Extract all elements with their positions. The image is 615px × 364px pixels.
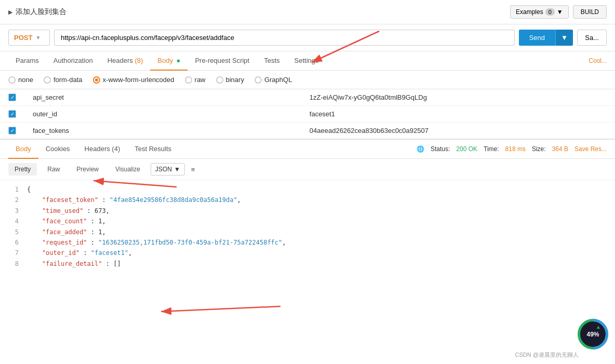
radio-urlencoded-circle bbox=[93, 76, 100, 84]
url-bar: POST ▼ Send ▼ Sa... bbox=[0, 24, 615, 51]
url-input[interactable] bbox=[54, 30, 515, 46]
line-number: 3 bbox=[8, 206, 19, 216]
line-number: 4 bbox=[8, 216, 19, 226]
method-selector[interactable]: POST ▼ bbox=[8, 30, 50, 46]
progress-circle: ▲ 49% bbox=[576, 317, 610, 351]
response-tab-headers[interactable]: Headers (4) bbox=[77, 140, 128, 159]
tab-headers[interactable]: Headers (8) bbox=[100, 51, 151, 71]
page-title: ▶ 添加人脸到集合 bbox=[8, 7, 66, 17]
tab-body[interactable]: Body ● bbox=[150, 51, 188, 71]
build-button[interactable]: BUILD bbox=[573, 5, 607, 19]
radio-urlencoded[interactable]: x-www-form-urlencoded bbox=[93, 76, 175, 84]
time-value: 818 ms bbox=[505, 145, 526, 153]
examples-label: Examples bbox=[516, 8, 543, 16]
radio-binary-label: binary bbox=[226, 76, 244, 84]
save-response-button[interactable]: Save Res... bbox=[574, 145, 607, 153]
headers-count: (8) bbox=[135, 57, 143, 64]
format-label: JSON bbox=[155, 166, 172, 173]
param-value-1: faceset1 bbox=[310, 110, 335, 118]
view-pretty-button[interactable]: Pretty bbox=[8, 163, 37, 176]
tab-settings[interactable]: Settings bbox=[287, 51, 326, 71]
radio-form-data[interactable]: form-data bbox=[44, 76, 83, 84]
format-chevron-icon: ▼ bbox=[174, 166, 180, 173]
json-line-8: 8 "failure_detail" : [] bbox=[8, 259, 607, 269]
svg-text:▲: ▲ bbox=[596, 324, 601, 330]
json-line-7: 7 "outer_id" : "faceset1", bbox=[8, 248, 607, 258]
tab-tests[interactable]: Tests bbox=[257, 51, 287, 71]
watermark: CSDN @凌晨里的无聊人 bbox=[515, 351, 579, 359]
method-text: POST bbox=[14, 34, 32, 42]
json-line-6: 6 "request_id" : "1636250235,171fbd50-73… bbox=[8, 237, 607, 248]
title-text: 添加人脸到集合 bbox=[16, 7, 66, 17]
params-table: api_secret 1zZ-eiAQiw7x-yG0gQ6ta0tmlB9Gq… bbox=[0, 89, 615, 139]
status-label: Status: bbox=[431, 145, 450, 153]
wrap-icon[interactable]: ≡ bbox=[191, 166, 195, 173]
json-content: 1 { 2 "faceset_token" : "4fae854e29586fc… bbox=[0, 180, 615, 273]
resp-headers-count: (4) bbox=[112, 145, 120, 153]
globe-icon: 🌐 bbox=[417, 145, 424, 153]
table-row: face_tokens 04aeead26262cea830b63ec0c0a9… bbox=[0, 123, 615, 139]
send-dropdown[interactable]: ▼ bbox=[555, 30, 573, 46]
body-dot: ● bbox=[177, 57, 181, 64]
radio-none[interactable]: none bbox=[8, 76, 33, 84]
radio-urlencoded-label: x-www-form-urlencoded bbox=[103, 76, 175, 84]
response-meta: 🌐 Status: 200 OK Time: 818 ms Size: 364 … bbox=[417, 145, 607, 153]
response-tab-cookies[interactable]: Cookies bbox=[38, 140, 77, 159]
radio-graphql-label: GraphQL bbox=[264, 76, 292, 84]
param-key-1: outer_id bbox=[33, 110, 57, 118]
tab-prerequest[interactable]: Pre-request Script bbox=[188, 51, 257, 71]
svg-text:49%: 49% bbox=[586, 331, 599, 338]
send-main[interactable]: Send bbox=[519, 30, 555, 46]
line-number: 6 bbox=[8, 237, 19, 248]
tab-params[interactable]: Params bbox=[8, 51, 46, 71]
size-value: 364 B bbox=[552, 145, 568, 153]
send-button[interactable]: Send ▼ bbox=[519, 30, 573, 46]
cooker-link[interactable]: Cool... bbox=[589, 57, 607, 64]
json-line-2: 2 "faceset_token" : "4fae854e29586fc38d8… bbox=[8, 195, 607, 205]
table-row: outer_id faceset1 bbox=[0, 106, 615, 123]
radio-form-data-circle bbox=[44, 76, 51, 84]
triangle-icon: ▶ bbox=[8, 9, 12, 16]
view-raw-button[interactable]: Raw bbox=[41, 163, 66, 176]
radio-binary-circle bbox=[216, 76, 223, 84]
response-tab-body[interactable]: Body bbox=[8, 140, 38, 159]
line-number: 5 bbox=[8, 227, 19, 237]
param-checkbox-2[interactable] bbox=[8, 127, 16, 134]
request-tabs: Params Authorization Headers (8) Body ● … bbox=[0, 51, 615, 71]
radio-binary[interactable]: binary bbox=[216, 76, 244, 84]
response-tab-test-results[interactable]: Test Results bbox=[127, 140, 179, 159]
time-label: Time: bbox=[484, 145, 499, 153]
param-checkbox-1[interactable] bbox=[8, 110, 16, 118]
progress-circle-svg: ▲ 49% bbox=[576, 317, 610, 351]
top-bar-actions: Examples 0 ▼ BUILD bbox=[510, 5, 607, 19]
json-line-1: 1 { bbox=[8, 184, 607, 195]
radio-none-label: none bbox=[18, 76, 33, 84]
response-toolbar: Pretty Raw Preview Visualize JSON ▼ ≡ bbox=[0, 159, 615, 180]
format-selector[interactable]: JSON ▼ bbox=[151, 163, 185, 176]
param-value-2: 04aeead26262cea830b63ec0c0a92507 bbox=[310, 127, 429, 134]
method-chevron-icon: ▼ bbox=[35, 35, 41, 41]
status-value: 200 OK bbox=[456, 145, 477, 153]
radio-form-data-label: form-data bbox=[54, 76, 83, 84]
top-bar: ▶ 添加人脸到集合 Examples 0 ▼ BUILD bbox=[0, 0, 615, 24]
view-preview-button[interactable]: Preview bbox=[70, 163, 105, 176]
radio-none-circle bbox=[8, 76, 16, 84]
tab-authorization[interactable]: Authorization bbox=[46, 51, 100, 71]
table-row: api_secret 1zZ-eiAQiw7x-yG0gQ6ta0tmlB9Gq… bbox=[0, 89, 615, 106]
json-line-5: 5 "face_added" : 1, bbox=[8, 227, 607, 237]
examples-chevron-icon: ▼ bbox=[557, 8, 563, 16]
save-button[interactable]: Sa... bbox=[577, 30, 607, 46]
param-value-0: 1zZ-eiAQiw7x-yG0gQ6ta0tmlB9GqLDg bbox=[310, 93, 427, 101]
radio-raw[interactable]: raw bbox=[185, 76, 206, 84]
radio-graphql[interactable]: GraphQL bbox=[255, 76, 292, 84]
param-key-2: face_tokens bbox=[33, 127, 69, 134]
param-checkbox-0[interactable] bbox=[8, 93, 16, 101]
radio-graphql-circle bbox=[255, 76, 262, 84]
view-visualize-button[interactable]: Visualize bbox=[109, 163, 146, 176]
line-number: 7 bbox=[8, 248, 19, 258]
examples-button[interactable]: Examples 0 ▼ bbox=[510, 5, 569, 19]
examples-count: 0 bbox=[545, 8, 555, 16]
line-number: 8 bbox=[8, 259, 19, 269]
param-key-0: api_secret bbox=[33, 93, 64, 101]
response-tabs: Body Cookies Headers (4) Test Results 🌐 … bbox=[0, 139, 615, 159]
